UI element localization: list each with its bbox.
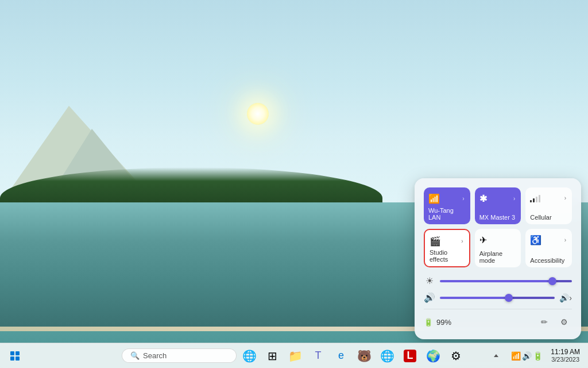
bluetooth-chevron[interactable]: › <box>512 194 516 203</box>
taskbar-chrome[interactable]: 🌐 <box>377 346 397 366</box>
clock-time: 11:19 AM <box>551 348 580 356</box>
accessibility-tile-top: ♿ › <box>530 235 567 246</box>
airplane-mode-tile[interactable]: ✈ Airplane mode <box>475 229 521 267</box>
taskbar-explorer[interactable]: 📁 <box>285 346 305 366</box>
clock[interactable]: 11:19 AM 3/23/2023 <box>547 347 583 365</box>
taskbar: 🔍 Search 🌐 ⊞ 📁 T e 🐻 🌐 <box>0 343 588 368</box>
qs-footer: 🔋 99% ✏ ⚙ <box>424 309 572 330</box>
start-button[interactable] <box>5 346 25 366</box>
volume-thumb[interactable] <box>505 294 513 302</box>
accessibility-chevron[interactable]: › <box>563 236 567 244</box>
windows-logo-icon <box>10 351 20 361</box>
qs-sliders: ☀ 🔊 🔊› <box>424 275 572 303</box>
bluetooth-tile[interactable]: ✱ › MX Master 3 <box>475 187 521 224</box>
system-tray[interactable]: 📶 🔊 🔋 <box>509 349 545 363</box>
bluetooth-icon: ✱ <box>479 193 487 204</box>
accessibility-label: Accessibility <box>530 257 564 264</box>
volume-icon: 🔊 <box>424 292 435 303</box>
volume-end-icon[interactable]: 🔊› <box>559 293 572 302</box>
airplane-icon: ✈ <box>479 235 487 246</box>
volume-tray-icon: 🔊 <box>522 351 532 361</box>
wifi-tile-top: 📶 › <box>428 193 466 204</box>
quick-settings-tiles: 📶 › Wu-Tang LAN ✱ › MX Master 3 <box>424 187 572 267</box>
wifi-label: Wu-Tang LAN <box>428 207 466 221</box>
search-icon: 🔍 <box>130 351 140 360</box>
win-logo-sq2 <box>16 351 20 355</box>
search-label: Search <box>143 351 167 360</box>
airplane-label: Airplane mode <box>479 250 517 264</box>
chevron-up-icon <box>494 354 498 357</box>
wifi-chevron[interactable]: › <box>461 194 465 203</box>
brightness-thumb[interactable] <box>548 277 556 285</box>
win-logo-sq4 <box>16 356 20 361</box>
taskbar-globe[interactable]: 🌍 <box>423 346 443 366</box>
bluetooth-label: MX Master 3 <box>479 214 515 221</box>
accessibility-icon: ♿ <box>530 235 541 246</box>
cellular-label: Cellular <box>530 214 551 221</box>
airplane-tile-top: ✈ <box>479 235 517 246</box>
battery-tray-icon: 🔋 <box>533 351 543 361</box>
battery-info: 🔋 99% <box>424 318 451 327</box>
taskbar-right: 📶 🔊 🔋 11:19 AM 3/23/2023 <box>486 346 588 366</box>
battery-percent: 99% <box>436 318 451 327</box>
cellular-tile[interactable]: › Cellular <box>525 187 572 224</box>
volume-track <box>509 297 555 299</box>
volume-slider[interactable] <box>440 297 555 299</box>
win-logo-sq3 <box>10 356 14 361</box>
settings-icon: ⚙ <box>451 349 461 363</box>
taskbar-teams[interactable]: T <box>308 346 328 366</box>
taskbar-app-red[interactable]: L <box>400 346 420 366</box>
wifi-tile[interactable]: 📶 › Wu-Tang LAN <box>424 187 470 224</box>
brightness-icon: ☀ <box>424 275 435 286</box>
studio-effects-label: Studio effects <box>430 249 465 263</box>
taskview-icon: ⊞ <box>268 349 277 363</box>
globe-icon: 🌍 <box>426 349 440 363</box>
studio-effects-tile-top: 🎬 › <box>430 236 465 247</box>
edge-icon: e <box>338 350 344 362</box>
explorer-icon: 📁 <box>288 349 303 363</box>
widgets-icon: 🌐 <box>242 349 257 363</box>
clock-date: 3/23/2023 <box>551 356 579 363</box>
volume-slider-row: 🔊 🔊› <box>424 292 572 303</box>
cellular-chevron[interactable]: › <box>563 194 567 202</box>
taskbar-center: 🔍 Search 🌐 ⊞ 📁 T e 🐻 🌐 <box>122 346 466 366</box>
search-bar[interactable]: 🔍 Search <box>122 348 237 363</box>
wifi-tray-icon: 📶 <box>511 351 521 361</box>
studio-effects-icon: 🎬 <box>430 236 441 247</box>
battery-icon: 🔋 <box>424 318 433 327</box>
quick-settings-panel: 📶 › Wu-Tang LAN ✱ › MX Master 3 <box>415 178 581 339</box>
teams-icon: T <box>315 350 322 362</box>
chrome-icon: 🌐 <box>380 349 394 363</box>
studio-effects-tile[interactable]: 🎬 › Studio effects <box>424 229 470 267</box>
taskbar-widgets-app[interactable]: 🌐 <box>239 346 260 366</box>
settings-button[interactable]: ⚙ <box>556 314 572 330</box>
taskbar-settings[interactable]: ⚙ <box>446 346 466 366</box>
taskbar-taskview[interactable]: ⊞ <box>262 346 283 366</box>
accessibility-tile[interactable]: ♿ › Accessibility <box>525 229 572 267</box>
taskbar-bear-app[interactable]: 🐻 <box>354 346 374 366</box>
bear-icon: 🐻 <box>357 349 372 363</box>
edit-button[interactable]: ✏ <box>536 314 552 330</box>
win-logo-sq1 <box>10 351 14 355</box>
bluetooth-tile-top: ✱ › <box>479 193 517 204</box>
desktop: 📶 › Wu-Tang LAN ✱ › MX Master 3 <box>0 0 588 368</box>
studio-effects-chevron[interactable]: › <box>460 237 464 246</box>
brightness-slider[interactable] <box>440 280 572 282</box>
wifi-icon: 📶 <box>428 193 440 204</box>
taskbar-edge[interactable]: e <box>331 346 351 366</box>
qs-footer-actions: ✏ ⚙ <box>536 314 572 330</box>
brightness-slider-row: ☀ <box>424 275 572 286</box>
cellular-icon <box>530 193 540 202</box>
show-hidden-icons-button[interactable] <box>486 346 506 366</box>
cellular-tile-top: › <box>530 193 567 202</box>
red-app-icon: L <box>404 350 416 362</box>
